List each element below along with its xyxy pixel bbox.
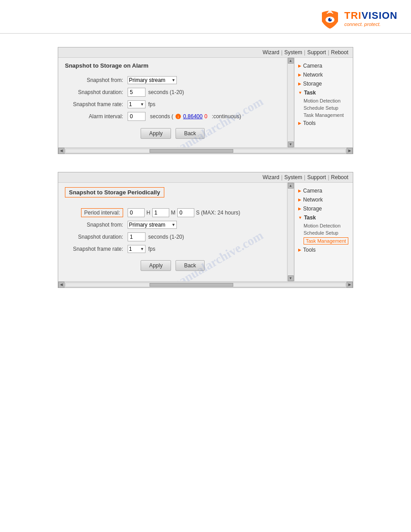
panel2-snapshot-fps-row: Snapshot frame rate: 1 2 5 ▼ fps [65, 245, 280, 253]
reboot-link2[interactable]: Reboot [331, 174, 348, 180]
scroll-track2 [288, 189, 294, 275]
panel2-h-label: H [146, 210, 150, 216]
sidebar2-camera-label: Camera [303, 188, 322, 194]
hscroll-left-btn[interactable]: ◀ [58, 148, 64, 154]
panel2-fps-select[interactable]: 1 2 5 [128, 245, 146, 253]
system-link[interactable]: System [284, 49, 302, 56]
chevron-right-icon: ▶ [298, 206, 301, 211]
panel2-snapshot-fps-label: Snapshot frame rate: [65, 246, 128, 252]
sidebar2-sub-task-management[interactable]: Task Management [295, 236, 353, 245]
logo-area: TRIVISION connect. protect. [318, 8, 398, 29]
hscroll2-right-btn[interactable]: ▶ [347, 282, 353, 288]
panel1-snapshot-duration-suffix: seconds (1-20) [148, 89, 184, 95]
sidebar-item-tools[interactable]: ▶ Tools [295, 119, 353, 128]
credit-value: 0 [204, 113, 207, 120]
info-icon: i [175, 113, 181, 120]
sidebar-sub-task-management[interactable]: Task Management [295, 112, 353, 119]
panel2-hms-group: H M S (MAX: 24 hours) [128, 208, 240, 217]
panel1-alarm-interval-row: Alarm interval: seconds ( i 0.86400 0 :c… [65, 112, 280, 121]
sidebar-network-label: Network [303, 72, 323, 78]
system-link2[interactable]: System [284, 174, 302, 180]
support-link2[interactable]: Support [307, 174, 326, 180]
reboot-link[interactable]: Reboot [331, 49, 348, 56]
sidebar2-item-storage[interactable]: ▶ Storage [295, 204, 353, 213]
support-link[interactable]: Support [307, 49, 326, 56]
scroll-up-btn2[interactable]: ▲ [288, 183, 294, 189]
panel1-snapshot-from-select[interactable]: Primary stream Secondary stream [128, 76, 177, 84]
panel1-body: Snapshot to Storage on Alarm Snapshot fr… [58, 58, 353, 147]
svg-point-2 [330, 18, 331, 20]
logo-tagline: connect. protect. [344, 21, 398, 27]
chevron-down-icon: ▼ [298, 215, 302, 220]
panel2-buttons: Apply Back [65, 260, 280, 271]
panel1-buttons: Apply Back [65, 128, 280, 139]
panel1-sidebar: ▶ Camera ▶ Network ▶ Storage ▼ Task Moti… [295, 58, 353, 147]
logo-name: TRIVISION [344, 10, 398, 21]
credit-link[interactable]: 0.86400 [183, 113, 202, 120]
hscroll-thumb[interactable] [150, 149, 233, 153]
panel2-period-m-input[interactable] [152, 208, 169, 217]
trivision-logo-icon [318, 8, 342, 29]
panel1-snapshot-from-label: Snapshot from: [65, 77, 128, 83]
panel2-period-row: Period interval: H M S (MAX: 24 hours) [65, 208, 280, 217]
panel1-snapshot-from-row: Snapshot from: Primary stream Secondary … [65, 76, 280, 84]
svg-point-3 [329, 11, 330, 12]
hscroll-track [65, 149, 346, 153]
chevron-down-icon: ▼ [298, 90, 302, 95]
wizard-link2[interactable]: Wizard [263, 174, 279, 180]
panel1-fps-wrapper: 1 2 5 ▼ [128, 100, 146, 108]
panel1-main: Snapshot to Storage on Alarm Snapshot fr… [58, 58, 287, 147]
panel2-fps-suffix: fps [148, 246, 155, 252]
panel2-snapshot-from-select[interactable]: Primary stream Secondary stream [128, 221, 177, 229]
panel1-back-button[interactable]: Back [176, 128, 205, 139]
sidebar-item-storage[interactable]: ▶ Storage [295, 79, 353, 88]
scroll-down-btn2[interactable]: ▼ [288, 275, 294, 281]
panel2-body: Snapshot to Storage Periodically Period … [58, 183, 353, 281]
sidebar-item-camera[interactable]: ▶ Camera [295, 61, 353, 70]
panel1-fps-select[interactable]: 1 2 5 [128, 100, 146, 108]
sidebar2-storage-label: Storage [303, 206, 322, 212]
panel2-period-label: Period interval: [65, 208, 128, 217]
panel2-period-h-input[interactable] [128, 208, 145, 217]
panel1-apply-button[interactable]: Apply [141, 128, 171, 139]
panel1-hscrollbar[interactable]: ◀ ▶ [58, 147, 353, 154]
panel2-snapshot-duration-input[interactable] [128, 232, 146, 241]
panel2-snapshot-duration-row: Snapshot duration: seconds (1-20) [65, 232, 280, 241]
panel1-topbar: Wizard | System | Support | Reboot [58, 47, 353, 58]
panel2-period-s-input[interactable] [177, 208, 194, 217]
logo-tri: TRI [344, 10, 361, 21]
sidebar-camera-label: Camera [303, 63, 322, 69]
sidebar2-sub-schedule-setup[interactable]: Schedule Setup [295, 229, 353, 236]
sidebar-storage-label: Storage [303, 81, 322, 87]
chevron-right-icon: ▶ [298, 248, 301, 252]
sidebar2-item-camera[interactable]: ▶ Camera [295, 186, 353, 195]
sidebar-item-network[interactable]: ▶ Network [295, 70, 353, 79]
panel2-hscrollbar[interactable]: ◀ ▶ [58, 281, 353, 287]
hscroll-right-btn[interactable]: ▶ [347, 148, 353, 154]
sidebar-sub-motion-detection[interactable]: Motion Detection [295, 97, 353, 104]
sidebar2-sub-motion-detection[interactable]: Motion Detection [295, 222, 353, 229]
panel1-alarm-interval-input[interactable] [128, 112, 146, 121]
scroll-down-btn[interactable]: ▼ [288, 142, 294, 147]
panel2-title: Snapshot to Storage Periodically [65, 187, 164, 197]
panel2-topbar: Wizard | System | Support | Reboot [58, 172, 353, 183]
sidebar2-item-task[interactable]: ▼ Task [295, 213, 353, 222]
panel1-vscrollbar[interactable]: ▲ ▼ [287, 58, 294, 147]
panel2-apply-button[interactable]: Apply [141, 260, 171, 271]
hscroll2-thumb[interactable] [150, 283, 233, 287]
sidebar-sub-schedule-setup[interactable]: Schedule Setup [295, 104, 353, 112]
hscroll2-left-btn[interactable]: ◀ [58, 282, 64, 288]
sidebar2-item-network[interactable]: ▶ Network [295, 195, 353, 204]
scroll-up-btn[interactable]: ▲ [288, 58, 294, 64]
wizard-link[interactable]: Wizard [263, 49, 279, 56]
panel2: Wizard | System | Support | Reboot Snaps… [58, 172, 353, 288]
panel1-snapshot-duration-input[interactable] [128, 88, 146, 97]
sidebar2-item-tools[interactable]: ▶ Tools [295, 245, 353, 254]
chevron-right-icon: ▶ [298, 64, 301, 68]
chevron-right-icon: ▶ [298, 121, 301, 125]
panel2-vscrollbar[interactable]: ▲ ▼ [287, 183, 294, 281]
panel2-back-button[interactable]: Back [176, 260, 205, 271]
sidebar2-network-label: Network [303, 197, 323, 203]
sidebar-item-task[interactable]: ▼ Task [295, 88, 353, 97]
panel1-fps-suffix: fps [148, 101, 155, 107]
